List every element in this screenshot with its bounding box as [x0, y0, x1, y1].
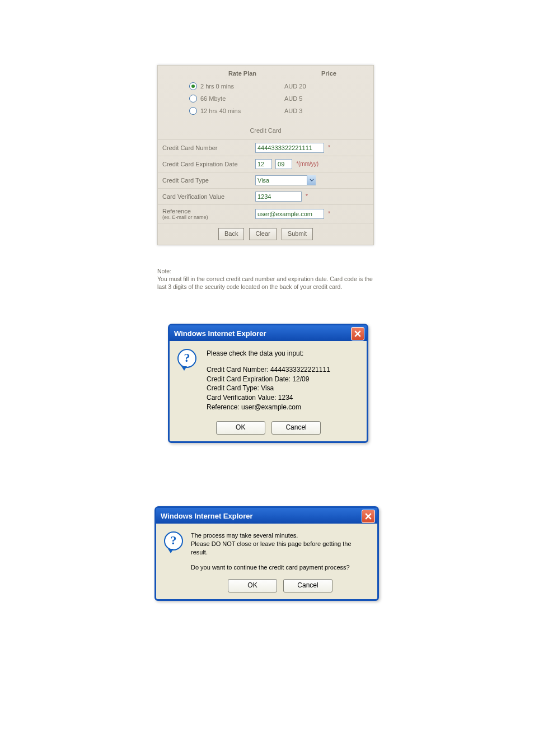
cvv-input[interactable]: 1234 — [255, 192, 302, 202]
note-body: You must fill in the correct credit card… — [157, 276, 373, 290]
dialog-title: Windows Internet Explorer — [161, 512, 253, 520]
dlg-line: Do you want to continue the credit card … — [191, 563, 369, 572]
cc-exp-yy-input[interactable]: 09 — [275, 159, 292, 169]
submit-button[interactable]: Submit — [282, 228, 313, 240]
ok-button[interactable]: OK — [216, 421, 265, 435]
radio-selected-icon[interactable] — [189, 82, 197, 90]
dlg-line: Reference: user@example.com — [207, 403, 330, 412]
rate-plan-table: Rate Plan Price 2 hrs 0 mins AUD 20 66 M… — [158, 66, 373, 117]
cancel-button[interactable]: Cancel — [271, 421, 321, 435]
back-button[interactable]: Back — [218, 228, 244, 240]
cc-exp-label: Credit Card Expiration Date — [158, 156, 251, 172]
plan-price: AUD 5 — [284, 92, 373, 105]
plan-name: 66 Mbyte — [200, 92, 284, 105]
rate-plan-row[interactable]: 66 Mbyte AUD 5 — [158, 92, 373, 105]
question-icon: ? — [164, 531, 183, 550]
dlg-line: Credit Card Number: 4444333322221111 — [207, 365, 330, 375]
dlg-line: Credit Card Expiration Date: 12/09 — [207, 375, 330, 384]
credit-card-section-title: Credit Card — [158, 117, 373, 139]
plan-price: AUD 20 — [284, 80, 373, 92]
confirm-dialog-continue: Windows Internet Explorer ? The process … — [154, 506, 379, 601]
dlg-line: Card Verification Value: 1234 — [207, 393, 330, 403]
required-mark: * — [306, 193, 308, 199]
note-block: Note: You must fill in the correct credi… — [157, 267, 376, 291]
cc-number-input[interactable]: 4444333322221111 — [255, 143, 324, 153]
close-icon[interactable] — [351, 327, 364, 340]
ok-button[interactable]: OK — [228, 579, 277, 592]
clear-button[interactable]: Clear — [249, 228, 276, 240]
rate-plan-row[interactable]: 12 hrs 40 mins AUD 3 — [158, 105, 373, 117]
dlg-line: Credit Card Type: Visa — [207, 384, 330, 393]
confirm-dialog-check-data: Windows Internet Explorer ? Please check… — [168, 324, 368, 443]
rate-plan-row[interactable]: 2 hrs 0 mins AUD 20 — [158, 80, 373, 92]
reference-sublabel: (ex. E-mail or name) — [162, 214, 246, 220]
cvv-label: Card Verification Value — [158, 189, 251, 205]
dialog-title: Windows Internet Explorer — [174, 329, 266, 338]
price-header: Price — [284, 66, 373, 80]
radio-icon[interactable] — [189, 107, 197, 115]
reference-input[interactable]: user@example.com — [255, 209, 324, 219]
radio-icon[interactable] — [189, 95, 197, 102]
plan-name: 12 hrs 40 mins — [200, 105, 284, 117]
plan-name: 2 hrs 0 mins — [200, 80, 284, 92]
close-icon[interactable] — [362, 510, 375, 523]
dlg-line: The process may take several minutes. — [191, 531, 369, 540]
reference-label: Reference — [162, 208, 191, 214]
required-mark: * — [328, 144, 330, 151]
cc-number-label: Credit Card Number — [158, 140, 251, 156]
required-mark: * — [328, 211, 330, 217]
rate-plan-header: Rate Plan — [200, 66, 284, 80]
credit-card-form: Rate Plan Price 2 hrs 0 mins AUD 20 66 M… — [157, 65, 374, 245]
cancel-button[interactable]: Cancel — [283, 579, 332, 592]
question-icon: ? — [177, 349, 196, 368]
dlg-line: Please check the data you input: — [207, 349, 330, 358]
note-title: Note: — [157, 268, 171, 274]
dlg-line: Please DO NOT close or leave this page b… — [191, 540, 369, 557]
cc-type-label: Credit Card Type — [158, 172, 251, 189]
cc-exp-mm-input[interactable]: 12 — [255, 159, 272, 169]
chevron-down-icon[interactable] — [307, 175, 316, 185]
exp-hint: *(mm/yy) — [296, 161, 318, 167]
plan-price: AUD 3 — [284, 105, 373, 117]
credit-card-fields: Credit Card Number 4444333322221111 * Cr… — [158, 139, 373, 223]
